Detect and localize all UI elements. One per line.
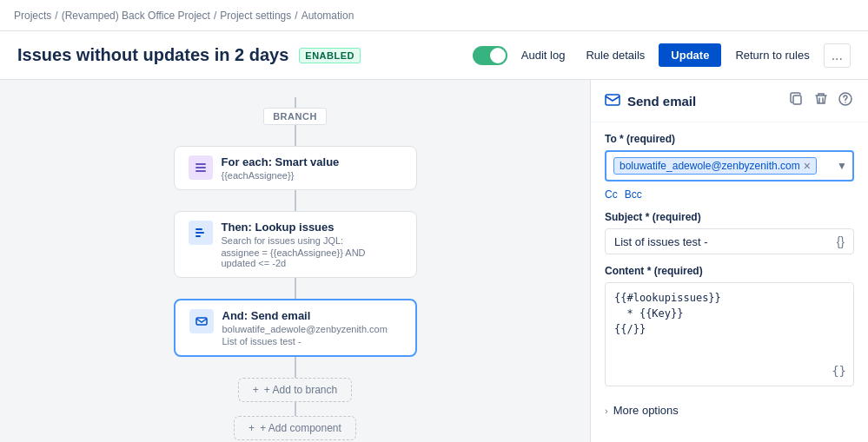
connector [295, 402, 296, 416]
connector [295, 125, 296, 146]
connector [295, 190, 296, 211]
for-each-node[interactable]: For each: Smart value {{eachAssignee}} [174, 146, 417, 190]
to-input[interactable]: boluwatife_adewole@zenbyzenith.com × ▼ [605, 150, 854, 181]
panel-actions [788, 90, 854, 111]
connector [295, 357, 296, 378]
more-menu-button[interactable]: ... [824, 43, 851, 68]
subject-value: List of issues test - [614, 235, 708, 248]
send-email-content: And: Send email boluwatife_adewole@zenby… [222, 309, 388, 346]
cc-bcc-row: Cc Bcc [591, 185, 868, 208]
content-section: Content * (required) {{#lookupissues}} *… [591, 261, 868, 397]
send-email-subtitle: boluwatife_adewole@zenbyzenith.com [222, 324, 388, 334]
breadcrumb-projects[interactable]: Projects [14, 10, 51, 22]
send-email-title: And: Send email [222, 309, 388, 322]
svg-point-10 [845, 102, 846, 103]
lookup-subtitle: Search for issues using JQL: [222, 235, 402, 246]
right-panel: Send email [590, 80, 868, 442]
svg-rect-8 [793, 96, 801, 104]
cc-link[interactable]: Cc [605, 188, 618, 201]
panel-header: Send email [591, 80, 868, 122]
subject-input[interactable]: List of issues test - {} [605, 228, 854, 254]
svg-rect-4 [195, 232, 204, 234]
email-tag-value: boluwatife_adewole@zenbyzenith.com [620, 160, 800, 172]
chevron-right-icon: › [605, 406, 608, 416]
remove-tag-button[interactable]: × [804, 160, 811, 172]
subject-label: Subject * (required) [605, 211, 854, 223]
content-smartvalue-icon[interactable]: {} [832, 362, 846, 380]
more-options-label: More options [613, 404, 679, 417]
add-branch-label: + Add to branch [264, 384, 337, 396]
add-component-button[interactable]: + + Add component [234, 416, 356, 440]
lookup-subtitle2: assignee = {{eachAssignee}} AND updated … [222, 247, 402, 268]
lookup-icon [189, 221, 213, 245]
svg-rect-0 [195, 163, 206, 165]
rule-details-button[interactable]: Rule details [579, 43, 652, 67]
flow-canvas: BRANCH For each: Smart value {{eachAssig… [0, 80, 590, 442]
dropdown-chevron-icon: ▼ [837, 160, 847, 172]
svg-rect-6 [196, 318, 207, 325]
svg-rect-2 [195, 170, 206, 172]
breadcrumb-settings[interactable]: Project settings [220, 10, 291, 22]
email-tag: boluwatife_adewole@zenbyzenith.com × [613, 157, 817, 175]
more-options-row[interactable]: › More options [591, 397, 868, 427]
delete-button[interactable] [812, 90, 830, 111]
for-each-content: For each: Smart value {{eachAssignee}} [222, 155, 340, 181]
for-each-title: For each: Smart value [222, 155, 340, 168]
svg-rect-3 [195, 228, 202, 230]
page-title: Issues without updates in 2 days [17, 45, 288, 65]
branch-label: BRANCH [263, 108, 327, 125]
send-email-node-icon [189, 309, 214, 333]
panel-email-icon [605, 92, 620, 110]
audit-log-button[interactable]: Audit log [514, 43, 573, 67]
flow-nodes: BRANCH For each: Smart value {{eachAssig… [0, 97, 590, 440]
breadcrumb-automation[interactable]: Automation [301, 10, 354, 22]
enabled-toggle[interactable] [473, 46, 507, 65]
svg-rect-5 [195, 235, 201, 237]
send-email-node[interactable]: And: Send email boluwatife_adewole@zenby… [174, 299, 417, 357]
svg-rect-1 [195, 167, 206, 168]
send-email-subtitle2: List of issues test - [222, 336, 388, 346]
breadcrumb: Projects / (Revamped) Back Office Projec… [0, 0, 868, 31]
for-each-icon [189, 155, 213, 180]
add-to-branch-button[interactable]: + + Add to branch [238, 378, 352, 402]
header-actions: Audit log Rule details Update Return to … [473, 43, 851, 68]
copy-button[interactable] [788, 90, 805, 111]
breadcrumb-project[interactable]: (Revamped) Back Office Project [62, 10, 210, 22]
content-label: Content * (required) [605, 265, 854, 277]
return-to-rules-button[interactable]: Return to rules [728, 43, 816, 67]
svg-rect-7 [606, 95, 620, 105]
to-section: To * (required) boluwatife_adewole@zenby… [591, 122, 868, 185]
content-input[interactable]: {{#lookupissues}} * {{Key}} {{/}} {} [605, 282, 854, 386]
subject-smartvalue-icon[interactable]: {} [837, 234, 845, 248]
content-area: BRANCH For each: Smart value {{eachAssig… [0, 80, 868, 442]
add-component-label: + Add component [260, 422, 341, 434]
lookup-content: Then: Lookup issues Search for issues us… [222, 221, 402, 268]
lookup-node[interactable]: Then: Lookup issues Search for issues us… [174, 211, 417, 278]
to-label: To * (required) [605, 133, 854, 145]
update-button[interactable]: Update [659, 43, 721, 67]
help-button[interactable] [837, 90, 854, 111]
add-component-icon: + [248, 422, 255, 434]
panel-title: Send email [627, 94, 779, 109]
connector [295, 97, 296, 108]
lookup-title: Then: Lookup issues [222, 221, 402, 234]
main-header: Issues without updates in 2 days ENABLED… [0, 31, 868, 80]
enabled-badge: ENABLED [299, 48, 361, 63]
subject-section: Subject * (required) List of issues test… [591, 208, 868, 261]
connector [295, 278, 296, 299]
for-each-subtitle: {{eachAssignee}} [222, 170, 340, 181]
add-branch-icon: + [253, 384, 259, 396]
bcc-link[interactable]: Bcc [625, 188, 642, 201]
content-value: {{#lookupissues}} * {{Key}} {{/}} [614, 290, 845, 379]
